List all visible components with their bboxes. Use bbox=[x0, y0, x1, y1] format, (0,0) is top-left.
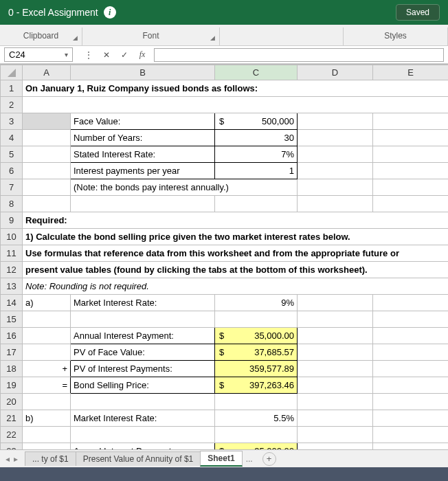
cell[interactable] bbox=[373, 196, 449, 212]
cell[interactable]: 359,577.89 bbox=[215, 361, 298, 377]
add-sheet-button[interactable]: + bbox=[262, 452, 276, 466]
cell[interactable]: = bbox=[23, 377, 71, 394]
cell[interactable] bbox=[373, 377, 449, 394]
cell[interactable] bbox=[373, 361, 449, 377]
ribbon-group-font[interactable]: Font ◢ bbox=[82, 27, 220, 45]
cell[interactable]: Face Value: bbox=[71, 113, 215, 130]
cell[interactable]: (Note: the bonds pay interest annually.) bbox=[71, 179, 298, 196]
cell[interactable] bbox=[373, 146, 449, 163]
cell[interactable] bbox=[23, 97, 449, 113]
row-header[interactable]: 12 bbox=[1, 262, 23, 278]
more-icon[interactable]: ⋮ bbox=[81, 48, 96, 62]
cell[interactable]: $500,000 bbox=[215, 113, 298, 130]
row-header[interactable]: 20 bbox=[1, 394, 23, 410]
col-header-c[interactable]: C bbox=[215, 65, 298, 80]
row-header[interactable]: 18 bbox=[1, 361, 23, 377]
cell[interactable] bbox=[71, 427, 215, 443]
cell[interactable] bbox=[298, 113, 373, 130]
row-header[interactable]: 21 bbox=[1, 410, 23, 427]
tab-next-icon[interactable]: ▸ bbox=[12, 454, 19, 464]
cell[interactable] bbox=[23, 163, 71, 179]
chevron-down-icon[interactable]: ▾ bbox=[65, 51, 68, 58]
row-header[interactable]: 5 bbox=[1, 146, 23, 163]
row-header[interactable]: 2 bbox=[1, 97, 23, 113]
cell[interactable]: $37,685.57 bbox=[215, 344, 298, 361]
cell[interactable] bbox=[373, 295, 449, 311]
cell[interactable] bbox=[298, 196, 373, 212]
row-header[interactable]: 10 bbox=[1, 229, 23, 245]
dialog-launcher-icon[interactable]: ◢ bbox=[71, 34, 79, 43]
cell[interactable]: 9% bbox=[215, 295, 298, 311]
cell[interactable]: Use formulas that reference data from th… bbox=[23, 245, 449, 262]
cell[interactable]: 30 bbox=[215, 130, 298, 146]
ribbon-group-clipboard[interactable]: Clipboard ◢ bbox=[0, 27, 82, 45]
cell[interactable] bbox=[71, 311, 215, 328]
row-header[interactable]: 3 bbox=[1, 113, 23, 130]
ribbon-group-styles[interactable]: Styles bbox=[344, 27, 448, 45]
cell[interactable]: + bbox=[23, 361, 71, 377]
cell[interactable] bbox=[23, 146, 71, 163]
sheet-tab[interactable]: Present Value of Annuity of $1 bbox=[76, 451, 201, 466]
select-all-corner[interactable] bbox=[1, 65, 23, 80]
row-header[interactable]: 11 bbox=[1, 245, 23, 262]
cell[interactable] bbox=[298, 410, 373, 427]
cell[interactable] bbox=[298, 179, 373, 196]
cell[interactable] bbox=[298, 163, 373, 179]
cell[interactable]: Market Interest Rate: bbox=[71, 295, 215, 311]
cell[interactable] bbox=[298, 311, 373, 328]
cell[interactable] bbox=[298, 295, 373, 311]
cell[interactable] bbox=[71, 394, 215, 410]
row-header[interactable]: 19 bbox=[1, 377, 23, 394]
cell[interactable] bbox=[23, 196, 71, 212]
sheet-tab-active[interactable]: Sheet1 bbox=[200, 451, 242, 467]
cell[interactable]: Stated Interest Rate: bbox=[71, 146, 215, 163]
cell[interactable] bbox=[298, 328, 373, 344]
cell[interactable] bbox=[373, 179, 449, 196]
row-header[interactable]: 16 bbox=[1, 328, 23, 344]
cell[interactable] bbox=[23, 311, 71, 328]
cell[interactable]: a) bbox=[23, 295, 71, 311]
cell[interactable] bbox=[373, 427, 449, 443]
cell[interactable]: PV of Face Value: bbox=[71, 344, 215, 361]
row-header[interactable]: 15 bbox=[1, 311, 23, 328]
col-header-d[interactable]: D bbox=[298, 65, 373, 80]
cell[interactable] bbox=[215, 311, 298, 328]
info-icon[interactable]: i bbox=[104, 6, 116, 19]
name-box[interactable]: C24 ▾ bbox=[4, 47, 73, 62]
cell[interactable] bbox=[298, 361, 373, 377]
cell[interactable]: Annual Interest Payment: bbox=[71, 328, 215, 344]
row-header[interactable]: 6 bbox=[1, 163, 23, 179]
cell[interactable]: present value tables (found by clicking … bbox=[23, 262, 449, 278]
cell[interactable]: Market Interest Rate: bbox=[71, 410, 215, 427]
row-header[interactable]: 13 bbox=[1, 278, 23, 295]
row-header[interactable]: 8 bbox=[1, 196, 23, 212]
cell[interactable] bbox=[23, 130, 71, 146]
col-header-a[interactable]: A bbox=[23, 65, 71, 80]
cell[interactable] bbox=[298, 394, 373, 410]
cell[interactable]: Interest payments per year bbox=[71, 163, 215, 179]
formula-bar[interactable] bbox=[154, 48, 444, 62]
col-header-e[interactable]: E bbox=[373, 65, 449, 80]
cell[interactable] bbox=[373, 311, 449, 328]
row-header[interactable]: 9 bbox=[1, 212, 23, 229]
cell[interactable]: 1 bbox=[215, 163, 298, 179]
cell[interactable] bbox=[298, 344, 373, 361]
cell[interactable] bbox=[71, 196, 215, 212]
cell[interactable]: On January 1, Ruiz Company issued bonds … bbox=[23, 80, 449, 97]
cell[interactable]: Bond Selling Price: bbox=[71, 377, 215, 394]
cell[interactable] bbox=[373, 344, 449, 361]
cell[interactable]: Required: bbox=[23, 212, 449, 229]
cell[interactable] bbox=[373, 113, 449, 130]
cell[interactable] bbox=[298, 146, 373, 163]
spreadsheet[interactable]: A B C D E 1 On January 1, Ruiz Company i… bbox=[0, 65, 448, 467]
row-header[interactable]: 17 bbox=[1, 344, 23, 361]
cell[interactable]: Number of Years: bbox=[71, 130, 215, 146]
cancel-button[interactable]: ✕ bbox=[99, 48, 114, 62]
cell[interactable]: 1) Calculate the bond selling price give… bbox=[23, 229, 449, 245]
cell[interactable] bbox=[23, 328, 71, 344]
col-header-b[interactable]: B bbox=[71, 65, 215, 80]
cell[interactable]: b) bbox=[23, 410, 71, 427]
cell[interactable] bbox=[298, 130, 373, 146]
cell[interactable]: PV of Interest Payments: bbox=[71, 361, 215, 377]
cell[interactable]: 7% bbox=[215, 146, 298, 163]
